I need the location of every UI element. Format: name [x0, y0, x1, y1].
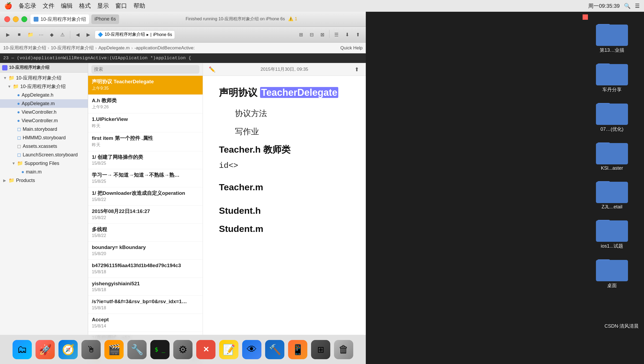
- maximize-button[interactable]: [21, 16, 27, 22]
- dock-media[interactable]: 🎬: [104, 340, 124, 359]
- mouse-icon: 🖱: [81, 340, 101, 359]
- search-bar: [88, 63, 203, 76]
- tree-item-assets[interactable]: ▶ ◻ Assets.xcassets: [0, 142, 88, 151]
- menu-icon[interactable]: ☰: [635, 3, 640, 9]
- tree-item-project-root[interactable]: ▼ 📁 10-应用程序对象介绍: [0, 74, 88, 82]
- search-icon[interactable]: 🔍: [624, 3, 631, 9]
- dock-xcode[interactable]: 🔨: [265, 340, 284, 359]
- tree-item-viewcontrollerm[interactable]: ▶ ● ViewController.m: [0, 116, 88, 125]
- tree-item-products[interactable]: ▶ 📁 Products: [0, 176, 88, 185]
- nav-forward[interactable]: ▶: [84, 30, 93, 39]
- dock-safari[interactable]: 🧭: [58, 340, 78, 359]
- dock-xmind[interactable]: ✕: [196, 340, 215, 359]
- folder-ios-exam[interactable]: ios1...试题: [585, 214, 639, 251]
- search-input[interactable]: [91, 65, 199, 74]
- note-title: b47296115f6aa413fd1b48ed79c194c3: [92, 262, 199, 269]
- dock-tools[interactable]: 🔧: [127, 340, 147, 359]
- xmind-icon: ✕: [196, 340, 215, 359]
- folder-chadan[interactable]: 车丹分享: [585, 58, 639, 95]
- apple-menu[interactable]: 🍎: [4, 2, 12, 10]
- dock: 🗂 🚀 🧭 🖱 🎬 🔧 $ _ ⚙ ✕ 📝 👁: [0, 335, 366, 364]
- editor-standard[interactable]: ⊞: [296, 30, 306, 39]
- note-item-1[interactable]: A.h 教师类 上午9:26: [88, 95, 203, 114]
- note-item-12[interactable]: /s?ie=utf-8&f=3&rsv_bp=0&rsv_idx=1… 15/8…: [88, 296, 203, 314]
- minimize-button[interactable]: [13, 16, 19, 22]
- note-item-4[interactable]: 1/ 创建了网络操作的类 15/8/25: [88, 151, 203, 169]
- folder-zjl[interactable]: ZJL...etail: [585, 175, 639, 212]
- tree-label: Assets.xcassets: [23, 144, 57, 149]
- tab-device[interactable]: iPhone 6s: [91, 14, 119, 24]
- breadcrumb-item-4[interactable]: -applicationDidBecomeActive:: [134, 45, 195, 51]
- breadcrumb-item-1[interactable]: 10-应用程序对象介绍: [3, 45, 46, 51]
- dock-rocket[interactable]: 🚀: [36, 340, 55, 359]
- folder-desktop[interactable]: 桌面: [585, 254, 639, 291]
- folder-optimize[interactable]: 07…(优化): [585, 97, 639, 134]
- dock-settings[interactable]: ⚙: [173, 340, 193, 359]
- menu-beiyilu[interactable]: 备忘录: [19, 2, 36, 10]
- back-btn[interactable]: ⋯: [36, 30, 46, 39]
- dock-notes[interactable]: 📝: [219, 340, 238, 359]
- note-item-6[interactable]: 1/ 把Downloader改造成自定义operation 15/8/22: [88, 187, 203, 205]
- menu-window[interactable]: 窗口: [115, 2, 127, 10]
- tree-item-appdelegatem[interactable]: ▶ ● AppDelegate.m: [0, 99, 88, 108]
- editor-version[interactable]: ⊠: [317, 30, 327, 39]
- tree-item-mainstoryboard[interactable]: ▶ ◻ Main.storyboard: [0, 125, 88, 133]
- run-button[interactable]: ▶: [3, 30, 13, 39]
- expand-arrow: ▼: [12, 161, 15, 165]
- note-item-2[interactable]: 1.UIPickerView 昨天: [88, 113, 203, 132]
- finder-icon: 🗂: [13, 340, 32, 359]
- breakpoints-btn[interactable]: ◆: [47, 30, 57, 39]
- tree-item-appdelegateh[interactable]: ▶ ● AppDelegate.h: [0, 91, 88, 99]
- stop-button[interactable]: ■: [14, 30, 24, 39]
- breadcrumb-item-2[interactable]: 10-应用程序对象介绍: [51, 45, 94, 51]
- breadcrumb-item-3[interactable]: AppDelegate.m: [99, 45, 130, 51]
- menu-help[interactable]: 帮助: [133, 2, 145, 10]
- folder-icon[interactable]: 📁: [26, 30, 35, 39]
- menu-file[interactable]: 文件: [43, 2, 54, 10]
- scheme-selector[interactable]: 🔷 10-应用程序对象介绍 ▸ | iPhone 6s: [95, 30, 175, 39]
- folder-ksi[interactable]: KSl...aster: [585, 137, 639, 173]
- folder-video[interactable]: 第13…业描: [585, 18, 639, 56]
- tab-project[interactable]: 10-应用程序对象介绍: [30, 14, 89, 24]
- dock-preview[interactable]: 👁: [242, 340, 261, 359]
- dock-ios[interactable]: 📱: [288, 340, 307, 359]
- menu-format[interactable]: 格式: [79, 2, 91, 10]
- util-panel-btn[interactable]: ⬆: [353, 30, 363, 39]
- tree-item-launchscreen[interactable]: ▶ ◻ LaunchScreen.storyboard: [0, 151, 88, 159]
- note-item-0[interactable]: 声明协议 TeacherDelegate 上午9:35: [88, 76, 203, 95]
- debug-panel-btn[interactable]: ⬇: [342, 30, 352, 39]
- nav-back[interactable]: ◀: [73, 30, 83, 39]
- dock-mouse[interactable]: 🖱: [81, 340, 101, 359]
- note-item-13[interactable]: Accept 15/8/14: [88, 314, 203, 332]
- dock-grid[interactable]: ⊞: [311, 340, 330, 359]
- nav-panel-btn[interactable]: ☰: [332, 30, 341, 39]
- share-button[interactable]: ⬆: [352, 65, 362, 74]
- editor-assistant[interactable]: ⊟: [307, 30, 316, 39]
- dock-trash[interactable]: 🗑: [334, 340, 353, 359]
- menu-display[interactable]: 显示: [97, 2, 109, 10]
- note-item-11[interactable]: yishengyishiaini521 15/8/18: [88, 278, 203, 296]
- issues-btn[interactable]: ⚠: [58, 30, 67, 39]
- note-date: 15/8/18: [92, 270, 199, 274]
- note-item-3[interactable]: first item 第一个控件 .属性 昨天: [88, 132, 203, 151]
- tree-item-hmmmstoryboard[interactable]: ▶ ◻ HMMMD.storyboard: [0, 133, 88, 142]
- dock-finder[interactable]: 🗂: [13, 340, 32, 359]
- note-title: boundary= kBoundary: [92, 244, 199, 251]
- tree-item-viewcontrollerh[interactable]: ▶ ● ViewController.h: [0, 108, 88, 116]
- nav-title: 10-应用程序对象介绍: [9, 65, 49, 70]
- note-item-8[interactable]: 多线程 15/8/22: [88, 224, 203, 242]
- tree-label: Main.storyboard: [23, 126, 57, 132]
- note-item-10[interactable]: b47296115f6aa413fd1b48ed79c194c3 15/8/18: [88, 260, 203, 278]
- tree-item-supporting-files[interactable]: ▼ 📁 Supporting Files: [0, 159, 88, 168]
- tree-item-project-group[interactable]: ▼ 📁 10-应用程序对象介绍: [0, 82, 88, 91]
- folder-image: [596, 139, 628, 164]
- note-item-7[interactable]: 2015年08月22日14:16:27 15/8/22: [88, 205, 203, 224]
- note-item-5[interactable]: 学习一→ 不知道→知道→不熟练→熟… 15/8/25: [88, 169, 203, 187]
- edit-button[interactable]: ✏️: [207, 65, 217, 74]
- dock-terminal[interactable]: $ _: [150, 340, 170, 359]
- menu-edit[interactable]: 编辑: [61, 2, 73, 10]
- tree-item-mainm[interactable]: ▶ ● main.m: [0, 168, 88, 176]
- note-item-9[interactable]: boundary= kBoundary 15/8/20: [88, 242, 203, 260]
- section-text: Teacher.h 教师类: [219, 143, 350, 156]
- close-button[interactable]: [4, 16, 10, 22]
